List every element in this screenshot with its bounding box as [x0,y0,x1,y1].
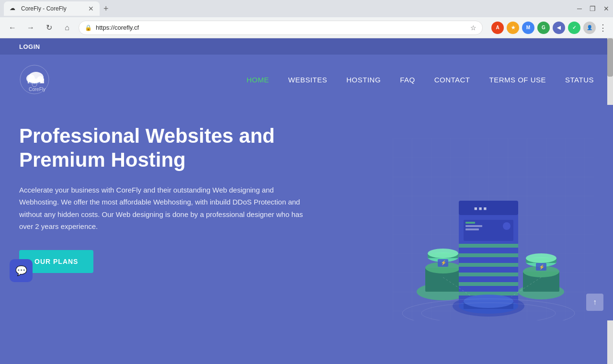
svg-text:⚡: ⚡ [539,264,545,270]
address-bar: ← → ↻ ⌂ 🔒 https://corefly.cf ☆ A ★ M G ◀ [0,17,613,38]
acrobat-icon[interactable]: A [491,22,504,34]
hero-title: Professional Websites andPremium Hosting [19,124,306,172]
chat-widget[interactable]: 💬 [10,259,33,282]
ext1-icon[interactable]: ★ [507,22,519,34]
nav-hosting[interactable]: HOSTING [346,76,381,84]
nav-status[interactable]: STATUS [565,76,594,84]
svg-text:CoreFly: CoreFly [29,87,45,92]
hero-section: Professional Websites andPremium Hosting… [0,105,613,320]
svg-rect-28 [459,263,518,267]
url-field[interactable]: 🔒 https://corefly.cf ☆ [79,21,483,35]
logo-icon: CoreFly [19,64,50,95]
svg-rect-37 [465,228,479,230]
svg-rect-32 [459,201,518,215]
hero-illustration: ⚡ ⚡ [393,138,594,320]
bookmark-icon[interactable]: ☆ [470,24,477,32]
lock-icon: 🔒 [85,24,92,31]
more-options-button[interactable]: ⋮ [599,23,607,33]
arrow-up-icon: ↑ [593,298,597,307]
svg-rect-29 [459,273,518,276]
nav-faq[interactable]: FAQ [400,76,415,84]
ext5-icon[interactable]: ✓ [568,22,580,34]
ext2-icon[interactable]: M [522,22,534,34]
nav-links: HOME WEBSITES HOSTING FAQ CONTACT TERMS … [247,76,594,84]
logo-area: CoreFly [19,64,50,95]
svg-point-21 [526,253,556,263]
svg-rect-27 [459,253,518,257]
browser-toolbar: A ★ M G ◀ ✓ 👤 ⋮ [491,22,607,34]
login-link[interactable]: LOGIN [19,43,40,50]
svg-text:⚡: ⚡ [441,260,447,266]
minimize-button[interactable]: ─ [577,5,582,12]
profile-icon[interactable]: 👤 [583,22,596,34]
svg-point-41 [464,295,513,308]
ext3-icon[interactable]: G [537,22,550,34]
website-content: LOGIN CoreFly [0,38,613,364]
svg-rect-26 [459,244,518,248]
nav-terms[interactable]: TERMS OF USE [489,76,546,84]
nav-contact[interactable]: CONTACT [434,76,470,84]
close-button[interactable]: ✕ [603,5,609,12]
hero-content: Professional Websites andPremium Hosting… [19,124,306,320]
svg-text:■ ■ ■: ■ ■ ■ [474,205,487,211]
tab-title: CoreFly - CoreFly [21,5,67,12]
nav-websites[interactable]: WEBSITES [288,76,328,84]
server-svg: ⚡ ⚡ [393,138,594,320]
home-button[interactable]: ⌂ [60,21,74,34]
nav-home[interactable]: HOME [247,76,269,84]
chat-icon: 💬 [15,265,27,276]
back-button[interactable]: ← [6,21,19,34]
ext4-icon[interactable]: ◀ [553,22,565,34]
svg-rect-36 [465,225,482,227]
refresh-button[interactable]: ↻ [42,21,56,34]
svg-rect-35 [465,222,475,224]
forward-button[interactable]: → [24,21,37,34]
browser-tab[interactable]: ☁ CoreFly - CoreFly ✕ [4,1,100,16]
scrollbar-thumb[interactable] [607,38,613,77]
svg-point-38 [503,222,511,230]
hero-description: Accelerate your business with CoreFly an… [19,184,306,233]
url-display: https://corefly.cf [96,24,466,31]
tab-close-button[interactable]: ✕ [88,5,94,12]
main-navigation: CoreFly HOME WEBSITES HOSTING FAQ CONTAC… [0,55,613,105]
acrobat-label: A [496,25,499,30]
new-tab-button[interactable]: + [103,4,109,14]
top-bar: LOGIN [0,38,613,55]
svg-rect-30 [459,282,518,286]
tab-favicon: ☁ [10,5,17,12]
svg-point-13 [428,249,458,258]
scroll-top-button[interactable]: ↑ [586,294,603,311]
maximize-button[interactable]: ❐ [590,5,596,12]
